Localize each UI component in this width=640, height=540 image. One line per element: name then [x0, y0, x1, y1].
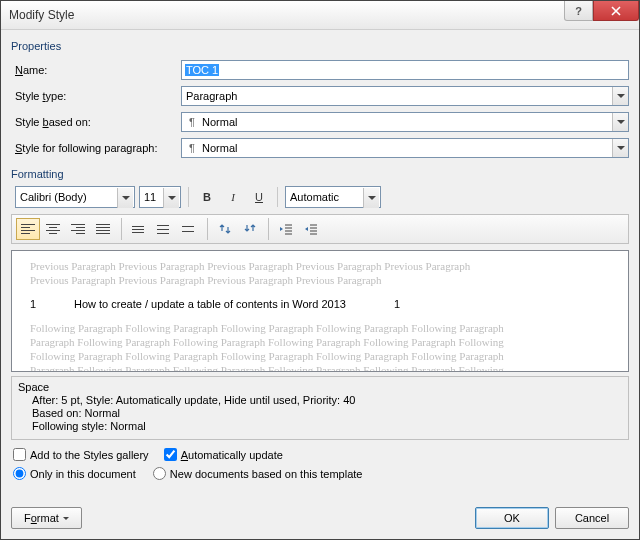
space-before-dec-button[interactable]	[238, 218, 262, 240]
properties-heading: Properties	[11, 40, 629, 52]
chevron-down-icon[interactable]	[612, 87, 628, 105]
add-gallery-checkbox[interactable]: Add to the Styles gallery	[13, 448, 149, 461]
modify-style-dialog: Modify Style ? Properties Name: TOC 1 St…	[0, 0, 640, 540]
spacing-2-button[interactable]	[177, 218, 201, 240]
align-left-button[interactable]	[16, 218, 40, 240]
spacing-1.5-button[interactable]	[152, 218, 176, 240]
arrows-up-icon	[218, 222, 232, 236]
decrease-indent-button[interactable]	[274, 218, 298, 240]
indent-right-icon	[304, 222, 318, 236]
align-justify-button[interactable]	[91, 218, 115, 240]
font-color-select[interactable]: Automatic	[285, 186, 381, 208]
only-this-doc-radio[interactable]: Only in this document	[13, 467, 136, 480]
new-docs-radio[interactable]: New documents based on this template	[153, 467, 363, 480]
font-size-select[interactable]: 11	[139, 186, 181, 208]
format-button[interactable]: Format	[11, 507, 82, 529]
name-label: Name:	[15, 64, 181, 76]
cancel-button[interactable]: Cancel	[555, 507, 629, 529]
increase-indent-button[interactable]	[299, 218, 323, 240]
style-type-select[interactable]: Paragraph	[181, 86, 629, 106]
style-type-label: Style type:	[15, 90, 181, 102]
font-family-select[interactable]: Calibri (Body)	[15, 186, 135, 208]
titlebar: Modify Style ?	[1, 1, 639, 30]
following-select[interactable]: ¶Normal	[181, 138, 629, 158]
based-on-label: Style based on:	[15, 116, 181, 128]
indent-left-icon	[279, 222, 293, 236]
chevron-down-icon[interactable]	[612, 139, 628, 157]
chevron-down-icon[interactable]	[117, 188, 133, 208]
arrows-down-icon	[243, 222, 257, 236]
ok-button[interactable]: OK	[475, 507, 549, 529]
space-before-inc-button[interactable]	[213, 218, 237, 240]
chevron-down-icon[interactable]	[612, 113, 628, 131]
align-right-button[interactable]	[66, 218, 90, 240]
bold-button[interactable]: B	[196, 186, 218, 208]
style-description: Space After: 5 pt, Style: Automatically …	[11, 376, 629, 440]
preview-sample-line: 1How to create / update a table of conte…	[30, 297, 610, 311]
help-button[interactable]: ?	[564, 1, 593, 21]
spacing-1-button[interactable]	[127, 218, 151, 240]
italic-button[interactable]: I	[222, 186, 244, 208]
align-center-button[interactable]	[41, 218, 65, 240]
following-label: Style for following paragraph:	[15, 142, 181, 154]
window-title: Modify Style	[9, 8, 74, 22]
based-on-select[interactable]: ¶Normal	[181, 112, 629, 132]
chevron-down-icon	[63, 517, 69, 523]
name-input[interactable]: TOC 1	[181, 60, 629, 80]
style-preview: Previous Paragraph Previous Paragraph Pr…	[11, 250, 629, 372]
chevron-down-icon[interactable]	[363, 188, 379, 208]
formatting-heading: Formatting	[11, 168, 629, 180]
close-icon	[611, 6, 621, 16]
close-button[interactable]	[593, 1, 639, 21]
chevron-down-icon[interactable]	[163, 188, 179, 208]
paragraph-toolbar	[11, 214, 629, 244]
underline-button[interactable]: U	[248, 186, 270, 208]
auto-update-checkbox[interactable]: Automatically update	[164, 448, 283, 461]
